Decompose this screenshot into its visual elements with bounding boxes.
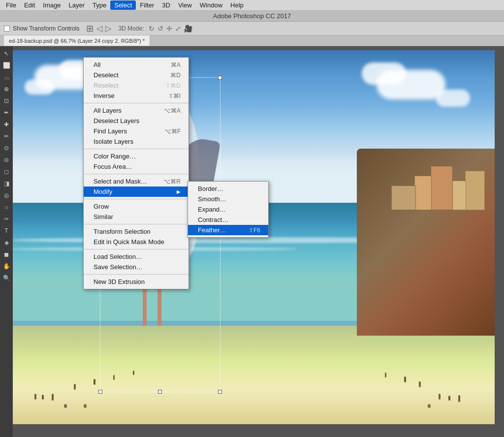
separator-3: [84, 174, 189, 174]
modify-item-smooth[interactable]: Smooth…: [188, 194, 268, 204]
menu-item-all-layers[interactable]: All Layers ⌥⌘A: [84, 105, 189, 116]
options-3d-icon-5: 🎥: [184, 25, 192, 32]
tool-marquee[interactable]: ⬜: [1, 60, 12, 71]
modify-item-contract[interactable]: Contract…: [188, 215, 268, 225]
cloud-5: [362, 62, 406, 85]
tool-lasso[interactable]: ⌓: [1, 72, 12, 83]
tool-brush[interactable]: ✏: [1, 131, 12, 142]
tool-move[interactable]: ↖: [1, 48, 12, 59]
handle-bl: [98, 390, 102, 394]
tool-shape[interactable]: ◼: [1, 249, 12, 260]
tool-dodge[interactable]: ○: [1, 202, 12, 213]
options-3d-icon-3: ✛: [166, 25, 172, 32]
file-tab-bar: ed-18-backup.psd @ 66.7% (Layer 24 copy …: [0, 35, 504, 46]
options-3d-icon-4: ⤢: [175, 25, 181, 32]
menu-filter[interactable]: Filter: [136, 0, 158, 10]
menu-item-focus-area[interactable]: Focus Area…: [84, 161, 189, 172]
cloud-6: [436, 90, 470, 107]
handle-bm: [158, 390, 162, 394]
menu-layer[interactable]: Layer: [65, 0, 89, 10]
tool-eraser[interactable]: ◻: [1, 166, 12, 177]
modify-item-expand[interactable]: Expand…: [188, 204, 268, 215]
tool-healing[interactable]: ✚: [1, 119, 12, 130]
3d-mode-label: 3D Mode:: [118, 25, 144, 32]
menu-item-similar[interactable]: Similar: [84, 212, 189, 222]
menu-item-save-selection[interactable]: Save Selection…: [84, 262, 189, 272]
menu-item-modify[interactable]: Modify ▶: [84, 187, 189, 197]
tool-zoom[interactable]: 🔍: [1, 273, 12, 283]
separator-2: [84, 149, 189, 149]
modify-submenu: Border… Smooth… Expand… Contract… Feathe…: [188, 181, 269, 238]
menu-type[interactable]: Type: [89, 0, 110, 10]
tool-eyedropper[interactable]: ✒: [1, 107, 12, 118]
app-title: Adobe Photoshop CC 2017: [213, 12, 291, 20]
menu-item-inverse[interactable]: Inverse ⇧⌘I: [84, 91, 189, 101]
separator-1: [84, 103, 189, 103]
menu-image[interactable]: Image: [39, 0, 64, 10]
tool-path-select[interactable]: ◈: [1, 237, 12, 248]
tool-hand[interactable]: ✋: [1, 261, 12, 272]
transform-controls-label: Show Transform Controls: [13, 25, 79, 32]
separator-7: [84, 274, 189, 275]
separator-5: [84, 224, 189, 224]
buildings-area: [386, 141, 485, 210]
tool-history[interactable]: ⊝: [1, 155, 12, 165]
tool-blur[interactable]: ◎: [1, 190, 12, 201]
menu-view[interactable]: View: [174, 0, 196, 10]
menu-item-3d-extrusion[interactable]: New 3D Extrusion: [84, 277, 189, 287]
tool-clone[interactable]: ⊙: [1, 143, 12, 154]
beach-people: [25, 331, 480, 409]
menu-item-deselect[interactable]: Deselect ⌘D: [84, 70, 189, 80]
tool-pen[interactable]: ✑: [1, 214, 12, 224]
tool-quick-select[interactable]: ⊕: [1, 84, 12, 94]
menu-item-load-selection[interactable]: Load Selection…: [84, 251, 189, 262]
menu-item-all[interactable]: All ⌘A: [84, 60, 189, 70]
select-dropdown-menu: All ⌘A Deselect ⌘D Reselect ⇧⌘D Inverse …: [83, 57, 189, 289]
separator-6: [84, 249, 189, 250]
handle-tr: [218, 76, 222, 80]
options-3d-icon-1: ↻: [149, 25, 155, 32]
menu-item-grow[interactable]: Grow: [84, 201, 189, 212]
menu-item-deselect-layers[interactable]: Deselect Layers: [84, 116, 189, 126]
menu-file[interactable]: File: [2, 0, 20, 10]
tool-text[interactable]: T: [1, 225, 12, 236]
options-bar: Show Transform Controls ⊞ ◁ ▷ 3D Mode: ↻…: [0, 22, 504, 35]
tool-crop[interactable]: ⊡: [1, 95, 12, 106]
handle-br: [218, 390, 222, 394]
menu-item-isolate-layers[interactable]: Isolate Layers: [84, 136, 189, 147]
menu-item-transform-selection[interactable]: Transform Selection: [84, 226, 189, 237]
options-3d-icon-2: ↺: [158, 25, 163, 32]
file-tab-item[interactable]: ed-18-backup.psd @ 66.7% (Layer 24 copy …: [4, 35, 150, 46]
separator-4: [84, 199, 189, 199]
menu-3d[interactable]: 3D: [158, 0, 174, 10]
menu-item-reselect: Reselect ⇧⌘D: [84, 80, 189, 91]
options-icon-3: ▷: [105, 24, 111, 33]
modify-item-border[interactable]: Border…: [188, 184, 268, 194]
menu-item-find-layers[interactable]: Find Layers ⌥⌘F: [84, 126, 189, 136]
menu-select[interactable]: Select: [110, 0, 136, 10]
cloud-3: [25, 80, 54, 94]
toolbar: ↖ ⬜ ⌓ ⊕ ⊡ ✒ ✚ ✏ ⊙ ⊝ ◻ ◨ ◎ ○ ✑ T ◈ ◼ ✋ 🔍: [0, 46, 13, 437]
menu-window[interactable]: Window: [196, 0, 226, 10]
tool-gradient[interactable]: ◨: [1, 178, 12, 189]
options-icon-1: ⊞: [86, 23, 94, 34]
menu-edit[interactable]: Edit: [20, 0, 39, 10]
menu-item-quick-mask[interactable]: Edit in Quick Mask Mode: [84, 237, 189, 247]
menu-item-select-mask[interactable]: Select and Mask… ⌥⌘R: [84, 176, 189, 187]
canvas-background: [0, 46, 504, 437]
menu-item-color-range[interactable]: Color Range…: [84, 151, 189, 161]
menu-help[interactable]: Help: [226, 0, 248, 10]
modify-item-feather[interactable]: Feather… ⇧F6: [188, 225, 268, 235]
content-area: All ⌘A Deselect ⌘D Reselect ⇧⌘D Inverse …: [0, 46, 504, 437]
options-icon-2: ◁: [96, 24, 102, 33]
title-bar: Adobe Photoshop CC 2017: [0, 11, 504, 22]
menu-bar: File Edit Image Layer Type Select Filter…: [0, 0, 504, 11]
transform-controls-checkbox[interactable]: [4, 26, 10, 31]
